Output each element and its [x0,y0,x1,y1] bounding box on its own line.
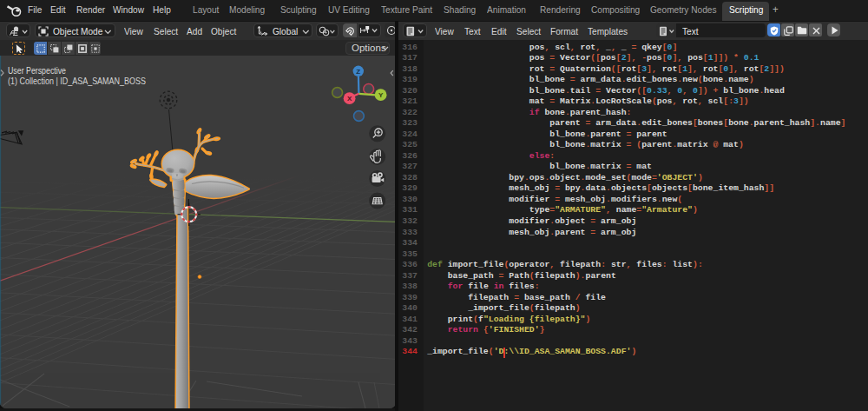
svg-text:User Perspective: User Perspective [8,65,66,76]
svg-text:X: X [347,95,352,103]
svg-text:Y: Y [378,91,384,99]
svg-text:Z: Z [356,68,360,76]
svg-text:(1) Collection | ID_ASA_SAMAN_: (1) Collection | ID_ASA_SAMAN_BOSS [8,76,146,86]
